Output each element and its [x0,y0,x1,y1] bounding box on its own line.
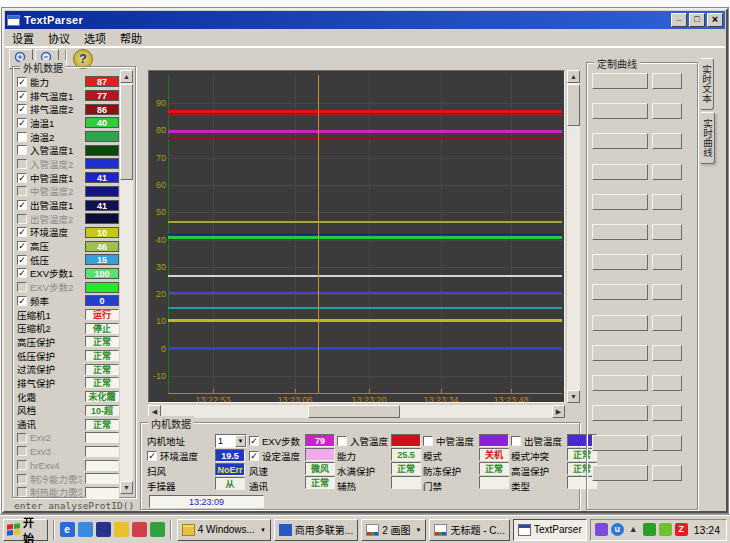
scroll-right-icon[interactable]: ▶ [552,405,565,418]
curve-slot-button[interactable] [592,465,648,481]
curve-color-button[interactable] [652,194,682,210]
curve-slot-button[interactable] [592,345,648,361]
app1-icon[interactable] [96,522,111,537]
start-button[interactable]: 开始 [3,519,48,541]
scrollbar-thumb[interactable] [308,405,400,418]
scroll-up-icon[interactable]: ▲ [567,70,580,83]
curve-slot-button[interactable] [592,133,648,149]
curve-slot-button[interactable] [592,73,648,89]
taskbar-button[interactable]: 4 Windows...▼ [177,519,271,541]
maximize-button[interactable] [689,13,705,27]
checkbox-checked[interactable]: ✓ [17,268,27,278]
curve-color-button[interactable] [652,435,682,451]
curve-color-button[interactable] [652,375,682,391]
checkbox[interactable] [17,214,27,224]
checkbox-checked[interactable]: ✓ [147,451,157,461]
curve-color-button[interactable] [652,284,682,300]
checkbox[interactable] [17,487,27,497]
tab-realtime-curve[interactable]: 实时曲线 [700,112,715,164]
scroll-up-icon[interactable]: ▲ [120,70,133,83]
curve-color-button[interactable] [652,103,682,119]
realtime-curve-plot[interactable]: 9080706050403020100-1013:22:5313:23:0613… [148,70,565,403]
ie-icon[interactable]: e [60,522,75,537]
tab-realtime-text[interactable]: 实时文本 [700,58,714,110]
curve-slot-button[interactable] [592,254,648,270]
checkbox-checked[interactable]: ✓ [17,118,27,128]
chevron-down-icon[interactable]: ▼ [416,527,422,533]
minimize-button[interactable] [671,13,687,27]
checkbox-checked[interactable]: ✓ [17,241,27,251]
curve-color-button[interactable] [652,465,682,481]
scroll-down-icon[interactable]: ▼ [120,481,133,494]
checkbox[interactable] [17,446,27,456]
checkbox-checked[interactable]: ✓ [17,255,27,265]
curve-slot-button[interactable] [592,405,648,421]
checkbox[interactable] [17,145,27,155]
checkbox[interactable] [17,474,27,484]
checkbox-checked[interactable]: ✓ [249,436,259,446]
taskbar-button[interactable]: 商用多联第... [274,519,358,541]
taskbar-button[interactable]: TextParser [513,519,587,541]
checkbox[interactable] [17,282,27,292]
arrow-tray-icon[interactable]: ▲ [627,523,640,536]
close-button[interactable] [707,13,723,27]
time-cursor[interactable] [318,75,319,393]
checkbox[interactable] [17,186,27,196]
checkbox-checked[interactable]: ✓ [17,173,27,183]
scrollbar-thumb[interactable] [567,84,580,126]
checkbox-checked[interactable]: ✓ [17,104,27,114]
checkbox-checked[interactable]: ✓ [249,451,259,461]
green2-tray-icon[interactable] [659,523,672,536]
curve-color-button[interactable] [652,405,682,421]
checkbox[interactable] [17,132,27,142]
menu-protocol[interactable]: 协议 [48,30,70,46]
curve-slot-button[interactable] [592,284,648,300]
taskbar-button[interactable]: 无标题 - C... [429,519,509,541]
curve-color-button[interactable] [652,345,682,361]
chevron-down-icon[interactable]: ▼ [260,527,266,533]
chevron-down-icon[interactable]: ▼ [235,435,246,447]
curve-slot-button[interactable] [592,164,648,180]
menu-settings[interactable]: 设置 [12,30,34,46]
curve-color-button[interactable] [652,224,682,240]
curve-slot-button[interactable] [592,103,648,119]
curve-slot-button[interactable] [592,435,648,451]
outdoor-list-scrollbar[interactable]: ▲ ▼ [120,70,133,494]
address-dropdown[interactable]: 1▼ [215,434,247,448]
circle-tray-icon[interactable]: u [611,523,624,536]
menu-options[interactable]: 选项 [84,30,106,46]
curve-color-button[interactable] [652,254,682,270]
checkbox-checked[interactable]: ✓ [17,77,27,87]
checkbox[interactable] [17,159,27,169]
swoosh-tray-icon[interactable] [595,523,608,536]
curve-color-button[interactable] [652,73,682,89]
green1-tray-icon[interactable] [643,523,656,536]
thunder-tray-icon[interactable]: Z [675,523,688,536]
curve-slot-button[interactable] [592,194,648,210]
checkbox[interactable] [511,436,521,446]
curve-color-button[interactable] [652,315,682,331]
curve-color-button[interactable] [652,133,682,149]
scrollbar-thumb[interactable] [120,84,133,180]
curve-slot-button[interactable] [592,315,648,331]
checkbox-checked[interactable]: ✓ [17,91,27,101]
checkbox[interactable] [337,436,347,446]
checkbox[interactable] [17,460,27,470]
menu-help[interactable]: 帮助 [120,30,142,46]
msn-icon[interactable] [78,522,93,537]
media-icon[interactable] [132,522,147,537]
mail-icon[interactable] [114,522,129,537]
checkbox-checked[interactable]: ✓ [17,296,27,306]
curve-color-button[interactable] [652,164,682,180]
green-icon[interactable] [150,522,165,537]
checkbox[interactable] [17,433,27,443]
checkbox-checked[interactable]: ✓ [17,227,27,237]
checkbox[interactable] [423,436,433,446]
taskbar-button[interactable]: 2 画图▼ [361,519,426,541]
chart-horizontal-scrollbar[interactable]: ◀ ▶ [148,405,565,418]
curve-slot-button[interactable] [592,375,648,391]
scroll-down-icon[interactable]: ▼ [567,390,580,403]
curve-slot-button[interactable] [592,224,648,240]
chart-vertical-scrollbar[interactable]: ▲ ▼ [567,70,580,403]
checkbox-checked[interactable]: ✓ [17,200,27,210]
